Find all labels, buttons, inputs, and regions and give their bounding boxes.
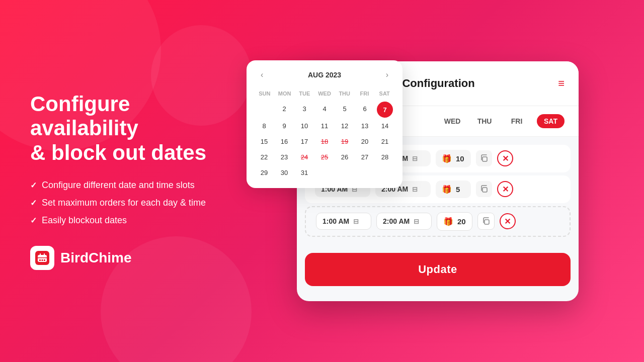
day-name-mon: MON [275, 88, 295, 99]
clock-icon-6: ⊟ [414, 218, 419, 225]
day-wed[interactable]: WED [440, 117, 464, 125]
calendar-date[interactable]: 4 [315, 102, 334, 118]
qty-value-1: 10 [456, 154, 464, 163]
calendar-date[interactable]: 24 [295, 150, 314, 164]
calendar-date[interactable]: 22 [255, 150, 274, 164]
calendar-date [375, 165, 394, 180]
start-time-value-3: 1:00 AM [323, 217, 349, 225]
feature-item-1: ✓ Configure different date and time slot… [30, 180, 242, 191]
copy-button-3[interactable] [477, 213, 495, 230]
calendar-date[interactable]: 31 [295, 165, 314, 180]
svg-rect-16 [482, 157, 487, 161]
feature-item-3: ✓ Easily blockout dates [30, 215, 242, 226]
day-name-sat: SAT [374, 88, 394, 99]
calendar-date [315, 165, 334, 180]
svg-rect-5 [39, 259, 41, 261]
copy-icon-2 [480, 185, 488, 193]
calendar-date[interactable]: 2 [275, 102, 294, 118]
calendar-date[interactable]: 11 [315, 119, 334, 133]
calendar-day-names: SUN MON TUE WED THU FRI SAT [255, 88, 394, 99]
right-panel: ‹ AUG 2023 › SUN MON TUE WED THU FRI SAT… [262, 0, 614, 362]
calendar-date[interactable]: 19 [335, 134, 354, 149]
features-list: ✓ Configure different date and time slot… [30, 180, 242, 226]
day-name-sun: SUN [255, 88, 275, 99]
calendar-month-label: AUG 2023 [308, 71, 341, 79]
calendar-date[interactable]: 14 [375, 119, 394, 133]
svg-rect-6 [42, 259, 43, 261]
left-panel: Configure availability& block out dates … [30, 92, 242, 270]
time-row-3: 1:00 AM ⊟ 2:00 AM ⊟ 🎁 20 [305, 206, 571, 237]
calendar-date[interactable]: 6 [355, 102, 374, 118]
calendar-date[interactable]: 9 [275, 119, 294, 133]
calendar-date[interactable]: 23 [275, 150, 294, 164]
calendar-date[interactable]: 21 [375, 134, 394, 149]
calendar-date [355, 165, 374, 180]
calendar-popup: ‹ AUG 2023 › SUN MON TUE WED THU FRI SAT… [247, 60, 403, 188]
copy-button-1[interactable] [476, 150, 492, 166]
calendar-prev-button[interactable]: ‹ [257, 68, 267, 81]
copy-icon-3 [482, 217, 490, 225]
svg-rect-3 [44, 253, 45, 256]
calendar-header: ‹ AUG 2023 › [255, 68, 394, 81]
calendar-date[interactable]: 8 [255, 119, 274, 133]
svg-rect-4 [38, 257, 47, 258]
brand: BirdChime [30, 246, 242, 270]
day-thu[interactable]: THU [472, 117, 497, 125]
svg-rect-18 [485, 220, 489, 224]
day-name-thu: THU [335, 88, 355, 99]
qty-box-2[interactable]: 🎁 5 [436, 180, 471, 198]
headline: Configure availability& block out dates [30, 92, 242, 165]
brand-icon [30, 246, 54, 270]
delete-button-1[interactable]: ✕ [497, 150, 513, 166]
calendar-next-button[interactable]: › [382, 68, 392, 81]
menu-icon[interactable]: ≡ [558, 77, 565, 90]
calendar-date[interactable]: 30 [275, 165, 294, 180]
calendar-date[interactable]: 27 [355, 150, 374, 164]
calendar-date[interactable]: 15 [255, 134, 274, 149]
svg-rect-7 [44, 259, 45, 261]
calendar-date[interactable]: 29 [255, 165, 274, 180]
qty-box-1[interactable]: 🎁 10 [436, 150, 471, 167]
calendar-date[interactable]: 25 [315, 150, 334, 164]
clock-icon-2: ⊟ [412, 155, 418, 162]
delete-button-3[interactable]: ✕ [500, 213, 516, 229]
calendar-date[interactable]: 20 [355, 134, 374, 149]
calendar-date[interactable]: 18 [315, 134, 334, 149]
check-icon-1: ✓ [30, 180, 37, 190]
day-fri[interactable]: FRI [505, 117, 529, 125]
qty-value-3: 20 [457, 217, 466, 226]
start-time-3[interactable]: 1:00 AM ⊟ [316, 213, 371, 230]
end-time-value-3: 2:00 AM [383, 217, 410, 225]
day-sat[interactable]: SAT [537, 114, 565, 128]
feature-item-2: ✓ Set maximum orders for each day & time [30, 198, 242, 208]
brand-name: BirdChime [60, 250, 132, 266]
calendar-date[interactable]: 10 [295, 119, 314, 133]
clock-icon-4: ⊟ [412, 186, 418, 193]
calendar-date[interactable]: 7 [377, 102, 393, 118]
delete-button-2[interactable]: ✕ [497, 181, 513, 197]
calendar-grid: SUN MON TUE WED THU FRI SAT 234567891011… [255, 88, 394, 180]
calendar-date[interactable]: 3 [295, 102, 314, 118]
calendar-date [335, 165, 354, 180]
svg-rect-17 [482, 188, 487, 192]
calendar-date[interactable]: 17 [295, 134, 314, 149]
end-time-3[interactable]: 2:00 AM ⊟ [376, 213, 432, 230]
calendar-dates: 2345678910111213141516171819202122232425… [255, 102, 394, 180]
calendar-date[interactable]: 12 [335, 119, 354, 133]
check-icon-2: ✓ [30, 198, 37, 208]
brand-logo-svg [35, 251, 49, 265]
calendar-date[interactable]: 28 [375, 150, 394, 164]
check-icon-3: ✓ [30, 216, 37, 225]
calendar-date[interactable]: 13 [355, 119, 374, 133]
svg-rect-2 [40, 253, 41, 256]
copy-button-2[interactable] [476, 181, 492, 197]
calendar-date[interactable]: 16 [275, 134, 294, 149]
update-button[interactable]: Update [305, 253, 571, 286]
copy-icon-1 [480, 154, 488, 162]
gift-icon-2: 🎁 [442, 185, 452, 194]
qty-box-3[interactable]: 🎁 20 [437, 212, 472, 231]
calendar-date[interactable]: 5 [335, 102, 354, 118]
clock-icon-5: ⊟ [353, 218, 359, 225]
calendar-date[interactable]: 26 [335, 150, 354, 164]
day-name-tue: TUE [294, 88, 314, 99]
